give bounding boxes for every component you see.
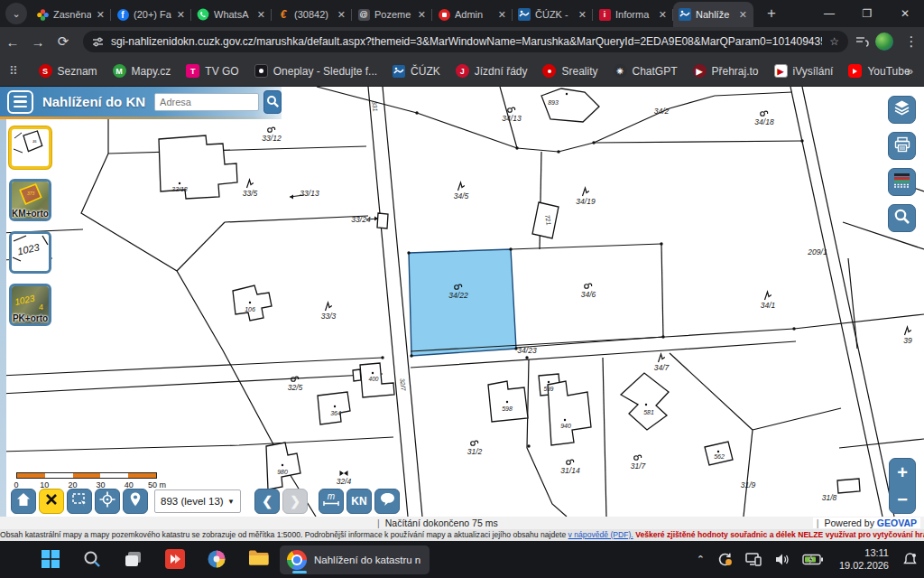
legend-tool-button[interactable] bbox=[888, 168, 916, 196]
zoom-out-button[interactable]: − bbox=[897, 490, 908, 508]
browser-tab-8-active[interactable]: Nahlíže✕ bbox=[673, 2, 753, 27]
browser-tab-2[interactable]: WhatsA✕ bbox=[191, 2, 272, 27]
highlighted-parcel[interactable] bbox=[409, 249, 516, 356]
close-tool-button[interactable] bbox=[39, 489, 64, 514]
taskbar-paint-icon[interactable] bbox=[207, 549, 228, 571]
tab-close-icon[interactable]: ✕ bbox=[738, 9, 748, 21]
bookmark-6[interactable]: Sreality bbox=[542, 64, 597, 78]
apps-grid-icon[interactable]: ⠿ bbox=[9, 64, 19, 78]
center-icon bbox=[99, 491, 116, 511]
volume-icon[interactable] bbox=[774, 553, 790, 566]
map-toolbar: 893 (level 13)▼❮❯mKN bbox=[11, 489, 402, 514]
zoom-in-button[interactable]: + bbox=[897, 463, 908, 481]
center-button[interactable] bbox=[95, 489, 120, 514]
tab-close-icon[interactable]: ✕ bbox=[96, 9, 106, 21]
select-rect-button[interactable] bbox=[67, 489, 92, 514]
search-tool-button[interactable] bbox=[888, 204, 916, 232]
bookmark-7[interactable]: ✳ChatGPT bbox=[614, 64, 678, 78]
bookmark-1[interactable]: MMapy.cz bbox=[113, 64, 171, 78]
notification-bell-icon[interactable] bbox=[902, 552, 918, 567]
taskbar-redapp-icon[interactable] bbox=[165, 549, 187, 571]
close-tool-icon bbox=[45, 493, 58, 509]
history-forward-button[interactable]: ❯ bbox=[282, 489, 308, 514]
browser-menu-icon[interactable]: ⋮ bbox=[899, 33, 924, 50]
svg-text:1023: 1023 bbox=[14, 294, 35, 307]
parcel-label: 364 bbox=[330, 410, 341, 416]
restore-button[interactable]: ❐ bbox=[848, 7, 886, 20]
browser-tab-3[interactable]: €(30842)✕ bbox=[272, 2, 352, 27]
bookmark-10[interactable]: YouTube bbox=[848, 64, 910, 78]
lasso-button[interactable] bbox=[374, 489, 400, 514]
battery-icon[interactable] bbox=[802, 554, 824, 565]
print-tool-button[interactable] bbox=[888, 132, 916, 160]
site-settings-icon[interactable] bbox=[92, 36, 104, 48]
browser-tab-5[interactable]: Admin✕ bbox=[432, 2, 513, 27]
layer-button-km[interactable]: 35KM bbox=[9, 126, 51, 169]
new-tab-button[interactable]: + bbox=[761, 5, 782, 23]
browser-tab-0[interactable]: Zasněna✕ bbox=[31, 2, 111, 27]
bookmark-label: iVysílání bbox=[793, 65, 834, 78]
help-pdf-link[interactable]: v nápovědě (PDF). bbox=[568, 530, 633, 539]
parcel-label: 980 bbox=[277, 469, 288, 475]
bookmark-8[interactable]: ▶Přehraj.to bbox=[693, 64, 759, 78]
disclaimer-bar: Obsah katastrální mapy a mapy pozemkovéh… bbox=[0, 529, 924, 541]
zoom-level-select[interactable]: 893 (level 13)▼ bbox=[154, 489, 241, 513]
bookmark-5[interactable]: JJízdní řády bbox=[456, 64, 528, 78]
bookmarks-overflow-icon[interactable]: » bbox=[907, 64, 913, 78]
sync-icon[interactable] bbox=[717, 552, 733, 567]
tab-panel-icon[interactable] bbox=[855, 35, 870, 48]
taskbar-clock[interactable]: 13:11 19.02.2026 bbox=[839, 547, 889, 573]
tab-close-icon[interactable]: ✕ bbox=[417, 9, 427, 21]
minimize-button[interactable]: — bbox=[810, 7, 848, 20]
close-window-button[interactable]: ✕ bbox=[886, 7, 924, 20]
back-icon[interactable]: ← bbox=[0, 34, 25, 50]
parcel-label: 33/13 bbox=[300, 189, 319, 198]
menu-hamburger-icon[interactable] bbox=[7, 90, 33, 114]
reload-icon[interactable]: ⟳ bbox=[51, 33, 76, 50]
taskbar-chrome-window[interactable]: Nahlížení do katastru n bbox=[280, 545, 430, 574]
browser-tab-4[interactable]: @Pozeme✕ bbox=[352, 2, 432, 27]
tray-chevron-icon[interactable]: ⌃ bbox=[697, 554, 705, 565]
tab-close-icon[interactable]: ✕ bbox=[658, 9, 668, 21]
cadastral-map[interactable]: 33133/1234/1389334/234/1834/534/1972133/… bbox=[0, 87, 924, 517]
layer-button-km-orto[interactable]: 373KM+orto bbox=[9, 179, 51, 221]
tab-close-icon[interactable]: ✕ bbox=[337, 9, 346, 21]
bookmark-3[interactable]: Oneplay - Sledujte f... bbox=[254, 64, 377, 78]
taskbar-search-icon[interactable] bbox=[82, 549, 104, 571]
kn-button[interactable]: KN bbox=[346, 489, 372, 514]
tab-close-icon[interactable]: ✕ bbox=[497, 9, 507, 21]
bookmark-9[interactable]: ▶iVysílání bbox=[774, 64, 834, 78]
layer-button-pk-orto[interactable]: 10234PK+orto bbox=[9, 284, 51, 326]
lasso-icon bbox=[379, 491, 396, 511]
browser-tab-1[interactable]: f(20+) Fa✕ bbox=[111, 2, 191, 27]
measure-button[interactable]: m bbox=[319, 489, 344, 514]
parcel-label: 33/18 bbox=[171, 186, 188, 192]
locate-button[interactable] bbox=[123, 489, 148, 514]
bookmark-2[interactable]: TTV GO bbox=[186, 64, 238, 78]
parcel-label: 33/3 bbox=[321, 312, 337, 321]
taskbar-taskview-icon[interactable] bbox=[124, 549, 145, 571]
taskbar-start-icon[interactable] bbox=[41, 549, 62, 571]
cast-screen-icon[interactable] bbox=[745, 553, 762, 566]
tab-close-icon[interactable]: ✕ bbox=[176, 9, 186, 21]
browser-tab-7[interactable]: iInforma✕ bbox=[593, 2, 673, 27]
zoom-control: + − bbox=[889, 458, 916, 514]
profile-avatar[interactable] bbox=[875, 33, 893, 51]
history-back-button[interactable]: ❮ bbox=[254, 489, 280, 514]
forward-icon[interactable]: → bbox=[25, 34, 51, 50]
bookmark-0[interactable]: SSeznam bbox=[39, 64, 97, 78]
bookmark-4[interactable]: ČÚZK bbox=[393, 65, 440, 78]
home-button[interactable] bbox=[11, 489, 36, 514]
layer-button-pk[interactable]: 1023PK bbox=[9, 231, 51, 274]
tab-close-icon[interactable]: ✕ bbox=[578, 9, 587, 21]
taskbar-explorer-icon[interactable] bbox=[248, 549, 270, 571]
search-button[interactable] bbox=[263, 90, 282, 114]
browser-tab-6[interactable]: ČÚZK -✕ bbox=[513, 2, 593, 27]
tab-search-chevron-icon[interactable]: ⌄ bbox=[5, 3, 27, 24]
address-search-input[interactable] bbox=[154, 93, 259, 111]
geovap-link[interactable]: GEOVAP bbox=[877, 517, 917, 528]
address-bar[interactable]: sgi-nahlizenidokn.cuzk.gov.cz/marushka/d… bbox=[83, 31, 848, 52]
layers-tool-button[interactable] bbox=[888, 96, 916, 124]
tab-close-icon[interactable]: ✕ bbox=[256, 9, 266, 21]
bookmark-star-icon[interactable]: ☆ bbox=[829, 35, 839, 48]
